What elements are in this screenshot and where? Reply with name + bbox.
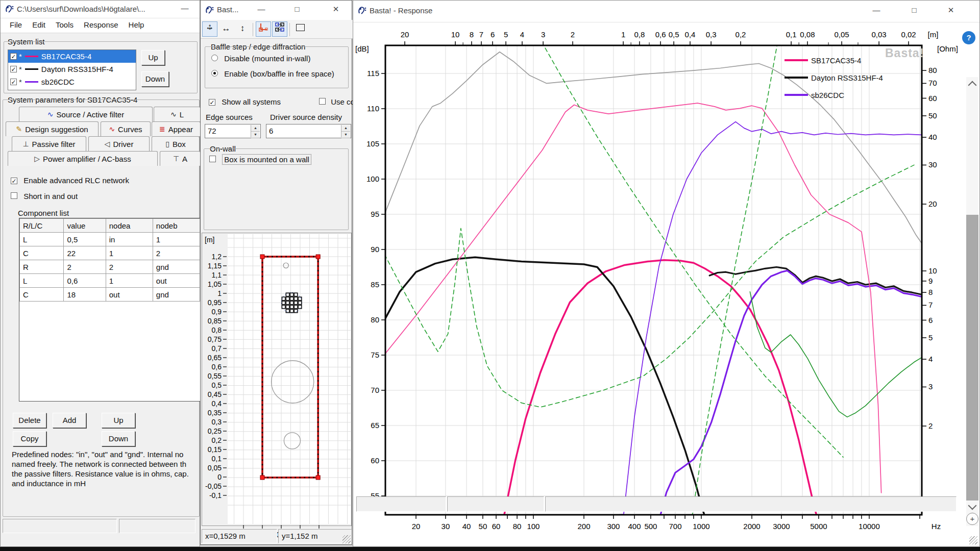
component-cell[interactable]: out <box>153 274 200 288</box>
scroll-down-icon[interactable] <box>968 502 977 510</box>
system-checkbox[interactable]: ✓ <box>10 53 17 60</box>
system-list-item[interactable]: ✓*Dayton RSS315HF-4 <box>8 63 136 76</box>
component-cell[interactable]: 0,6 <box>64 274 106 288</box>
tab-power-amplifier-ac-bass[interactable]: ▷Power amplifier / AC-bass <box>8 151 158 166</box>
baffle-close-button[interactable]: ✕ <box>329 5 342 14</box>
tab-design-suggestion[interactable]: ✎Design suggestion <box>6 121 99 136</box>
tab-curves[interactable]: ∿Curves <box>101 121 151 136</box>
component-row[interactable]: L0,5in1 <box>20 233 200 246</box>
component-cell[interactable]: 1 <box>106 274 153 288</box>
system-checkbox[interactable]: ✓ <box>10 66 17 72</box>
component-row[interactable]: R22gnd <box>20 260 200 274</box>
component-cell[interactable]: 2 <box>64 260 106 274</box>
driver-density-value[interactable]: 6 <box>269 127 273 135</box>
menu-item-response[interactable]: Response <box>79 18 124 31</box>
component-cell[interactable]: 1 <box>106 246 153 260</box>
short-checkbox-row[interactable]: Short in and out <box>11 192 78 201</box>
box-mounted-row[interactable]: Box is mounted on a wall <box>209 155 311 164</box>
driver-density-spinner[interactable]: 6 ▲▼ <box>266 124 351 138</box>
main-minimize-button[interactable]: — <box>178 4 191 12</box>
scroll-up-icon[interactable] <box>968 81 977 90</box>
component-cell[interactable]: in <box>106 233 153 246</box>
vertical-resize-icon[interactable]: ↕ <box>235 21 250 37</box>
tab-a[interactable]: ⊤A <box>160 151 201 166</box>
response-titlebar[interactable]: Basta! - Response — □ ✕ <box>353 1 979 22</box>
disable-radio-row[interactable]: Disable (mounted in-wall) <box>211 54 310 63</box>
component-row[interactable]: C18outgnd <box>20 288 200 302</box>
menu-item-tools[interactable]: Tools <box>51 18 79 31</box>
spin-up-icon[interactable]: ▲ <box>341 125 350 132</box>
tab-passive-filter[interactable]: ⊥Passive filter <box>12 136 86 151</box>
scrollbar-thumb[interactable] <box>966 215 978 500</box>
spin-down-icon[interactable]: ▼ <box>341 132 350 138</box>
up-button[interactable]: Up <box>102 413 135 428</box>
tab-source-active-filter[interactable]: ∿Source / Active filter <box>19 107 153 121</box>
edge-sources-value[interactable]: 72 <box>208 127 216 135</box>
rectangle-icon[interactable] <box>292 21 308 37</box>
response-close-button[interactable]: ✕ <box>944 6 958 15</box>
component-cell[interactable]: 18 <box>64 288 106 302</box>
rlc-checkbox-row[interactable]: ✓ Enable advanced RLC network <box>11 176 129 185</box>
enable-radio-row[interactable]: Enable (box/baffle in free space) <box>211 69 334 78</box>
component-cell[interactable]: gnd <box>153 260 200 274</box>
show-all-systems-row[interactable]: ✓ Show all systems <box>209 97 281 106</box>
component-cell[interactable]: 22 <box>64 246 106 260</box>
component-cell[interactable]: C <box>20 288 64 302</box>
help-icon[interactable]: ? <box>962 31 975 44</box>
spin-down-icon[interactable]: ▼ <box>251 132 260 138</box>
component-row[interactable]: C2212 <box>20 246 200 260</box>
component-cell[interactable]: L <box>20 233 64 246</box>
baffle-titlebar[interactable]: Bast... — □ ✕ <box>201 1 352 20</box>
component-cell[interactable]: 1 <box>153 233 200 246</box>
system-down-button[interactable]: Down <box>141 71 169 87</box>
baffle-plot-panel[interactable] <box>202 233 352 526</box>
edge-sources-spinner[interactable]: 72 ▲▼ <box>205 124 261 138</box>
move-icon[interactable]: ↔↕ <box>202 21 217 37</box>
system-up-button[interactable]: Up <box>141 50 165 65</box>
component-row[interactable]: L0,61out <box>20 274 200 288</box>
use-con-checkbox[interactable] <box>319 98 326 105</box>
tab-l[interactable]: ∿L <box>154 107 201 121</box>
horizontal-resize-icon[interactable]: ↔ <box>218 21 234 37</box>
zoom-plus-icon[interactable]: + <box>966 513 978 525</box>
down-button[interactable]: Down <box>102 431 135 446</box>
node-grid-icon[interactable] <box>272 21 287 37</box>
delete-button[interactable]: Delete <box>13 413 46 428</box>
component-cell[interactable]: 0,5 <box>64 233 106 246</box>
rlc-checkbox[interactable]: ✓ <box>11 178 17 184</box>
baffle-resize-grip[interactable] <box>342 535 351 543</box>
component-cell[interactable]: R <box>20 260 64 274</box>
taskbar-sliver[interactable] <box>0 547 980 551</box>
add-button[interactable]: Add <box>53 413 86 428</box>
copy-button[interactable]: Copy <box>13 431 46 446</box>
chart-vertical-scrollbar[interactable]: + <box>966 77 978 526</box>
resize-grip[interactable] <box>969 536 977 544</box>
component-table-container[interactable]: R/L/CvaluenodeanodebL0,5in1C2212R22gndL0… <box>19 218 201 402</box>
tab-box[interactable]: ▯Box <box>152 136 200 151</box>
tab-driver[interactable]: ◁Driver <box>88 136 150 151</box>
menu-item-edit[interactable]: Edit <box>27 18 51 31</box>
system-listbox[interactable]: ✓*SB17CAC35-4✓*Dayton RSS315HF-4✓*sb26CD… <box>8 49 136 90</box>
show-all-systems-checkbox[interactable]: ✓ <box>209 99 215 106</box>
component-cell[interactable]: gnd <box>153 288 200 302</box>
box-mounted-checkbox[interactable] <box>209 156 216 162</box>
component-cell[interactable]: 2 <box>153 246 200 260</box>
component-cell[interactable]: out <box>106 288 153 302</box>
origin-axes-icon[interactable] <box>256 21 271 37</box>
spin-up-icon[interactable]: ▲ <box>251 125 260 132</box>
component-cell[interactable]: 2 <box>106 260 153 274</box>
component-cell[interactable]: C <box>20 246 64 260</box>
component-cell[interactable]: L <box>20 274 64 288</box>
baffle-minimize-button[interactable]: — <box>255 5 268 13</box>
use-con-row[interactable]: Use con <box>319 97 353 106</box>
system-list-item[interactable]: ✓*SB17CAC35-4 <box>8 50 136 63</box>
system-list-item[interactable]: ✓*sb26CDC <box>8 76 136 88</box>
disable-radio[interactable] <box>211 55 218 61</box>
system-checkbox[interactable]: ✓ <box>10 79 17 85</box>
enable-radio[interactable] <box>211 70 218 77</box>
menu-item-help[interactable]: Help <box>124 18 150 31</box>
tab-appear[interactable]: ≣Appear <box>152 121 201 136</box>
short-checkbox[interactable] <box>11 192 17 199</box>
baffle-maximize-button[interactable]: □ <box>290 5 304 13</box>
main-titlebar[interactable]: C:\Users\surf\Downloads\Högtalare\... — <box>1 1 200 18</box>
